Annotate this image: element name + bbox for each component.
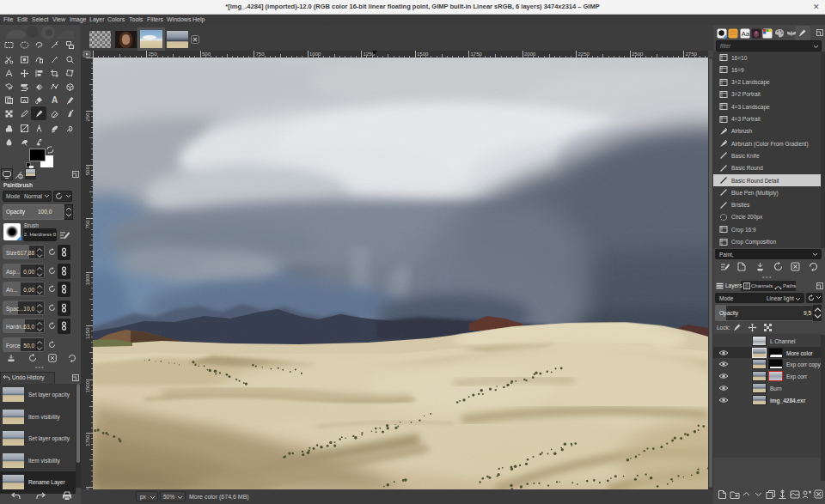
svg-text:1250: 1250 [85, 327, 90, 339]
svg-text:750: 750 [85, 220, 90, 229]
svg-text:A: A [52, 95, 58, 105]
svg-text:Aa: Aa [741, 30, 749, 38]
svg-text:500: 500 [202, 52, 211, 57]
svg-text:250: 250 [149, 52, 158, 57]
svg-text:1750: 1750 [471, 52, 483, 57]
svg-text:250: 250 [85, 112, 90, 122]
svg-text:1000: 1000 [309, 52, 321, 57]
svg-text:2250: 2250 [578, 52, 590, 57]
svg-text:2500: 2500 [632, 52, 644, 57]
svg-text:2750: 2750 [686, 52, 698, 57]
svg-text:1750: 1750 [85, 434, 90, 446]
svg-text:2000: 2000 [524, 52, 536, 57]
svg-text:1500: 1500 [85, 380, 90, 392]
svg-text:1000: 1000 [85, 273, 90, 285]
svg-text:1500: 1500 [417, 52, 429, 57]
svg-text:500: 500 [85, 166, 90, 175]
svg-text:750: 750 [256, 52, 266, 57]
